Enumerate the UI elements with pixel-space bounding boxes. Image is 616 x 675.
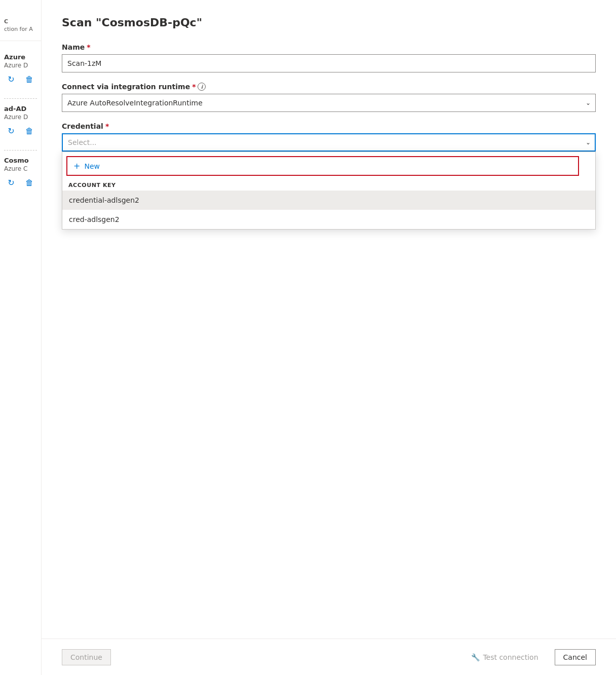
required-indicator: *	[192, 83, 196, 91]
name-group: Name *	[62, 43, 596, 72]
delete-icon[interactable]: 🗑	[22, 124, 36, 138]
item-actions: ↻ 🗑	[4, 124, 37, 138]
plus-icon: +	[73, 161, 80, 171]
dialog-title: Scan "CosmosDB-pQc"	[62, 16, 596, 29]
required-indicator: *	[87, 43, 90, 51]
credential-dropdown-container: Select... ⌄ + New ACCOUNT KEY credential…	[62, 133, 596, 152]
test-connection-icon: 🔧	[471, 653, 480, 661]
left-panel-top: C ction for A	[0, 10, 41, 41]
list-item: ad-AD Azure D ↻ 🗑	[4, 105, 37, 138]
refresh-icon[interactable]: ↻	[4, 72, 18, 86]
delete-icon[interactable]: 🗑	[22, 72, 36, 86]
left-top-label: C	[4, 18, 37, 25]
item-title: Cosmo	[4, 157, 37, 164]
info-icon[interactable]: i	[198, 83, 206, 91]
credential-select[interactable]: Select...	[62, 133, 596, 152]
main-panel: Scan "CosmosDB-pQc" Name * Connect via i…	[42, 0, 616, 675]
runtime-label: Connect via integration runtime * i	[62, 83, 596, 91]
item-subtitle: Azure D	[4, 62, 37, 69]
new-button-wrapper: + New	[62, 152, 595, 176]
item-title: ad-AD	[4, 105, 37, 113]
list-item: Azure Azure D ↻ 🗑	[4, 53, 37, 86]
item-subtitle: Azure D	[4, 114, 37, 121]
continue-button[interactable]: Continue	[62, 649, 111, 665]
dropdown-item[interactable]: cred-adlsgen2	[62, 210, 595, 229]
refresh-icon[interactable]: ↻	[4, 175, 18, 190]
test-connection-button[interactable]: 🔧 Test connection	[463, 649, 546, 665]
name-label: Name *	[62, 43, 596, 51]
item-actions: ↻ 🗑	[4, 72, 37, 86]
item-subtitle: Azure C	[4, 165, 37, 172]
cancel-button[interactable]: Cancel	[555, 649, 596, 665]
runtime-select[interactable]: Azure AutoResolveIntegrationRuntime	[62, 94, 596, 112]
credential-select-wrapper: Select... ⌄	[62, 133, 596, 152]
left-panel: C ction for A Azure Azure D ↻ 🗑 ad-AD Az…	[0, 0, 42, 675]
item-title: Azure	[4, 53, 37, 61]
list-item: Cosmo Azure C ↻ 🗑	[4, 157, 37, 190]
left-panel-items: Azure Azure D ↻ 🗑 ad-AD Azure D ↻ 🗑 Cosm…	[0, 45, 41, 210]
credential-group: Credential * Select... ⌄ + New	[62, 122, 596, 152]
delete-icon[interactable]: 🗑	[22, 175, 36, 190]
credential-dropdown-menu: + New ACCOUNT KEY credential-adlsgen2 cr…	[62, 152, 596, 230]
dropdown-item[interactable]: credential-adlsgen2	[62, 191, 595, 210]
divider	[4, 98, 37, 99]
name-input[interactable]	[62, 54, 596, 72]
dropdown-section-header: ACCOUNT KEY	[62, 178, 595, 191]
credential-label: Credential *	[62, 122, 596, 130]
dialog-footer: Continue 🔧 Test connection Cancel	[42, 639, 616, 675]
left-top-sub: ction for A	[4, 26, 37, 32]
refresh-icon[interactable]: ↻	[4, 124, 18, 138]
divider	[4, 150, 37, 151]
new-credential-button[interactable]: + New	[66, 156, 579, 176]
runtime-select-wrapper: Azure AutoResolveIntegrationRuntime ⌄	[62, 94, 596, 112]
required-indicator: *	[105, 122, 109, 130]
item-actions: ↻ 🗑	[4, 175, 37, 190]
runtime-group: Connect via integration runtime * i Azur…	[62, 83, 596, 112]
